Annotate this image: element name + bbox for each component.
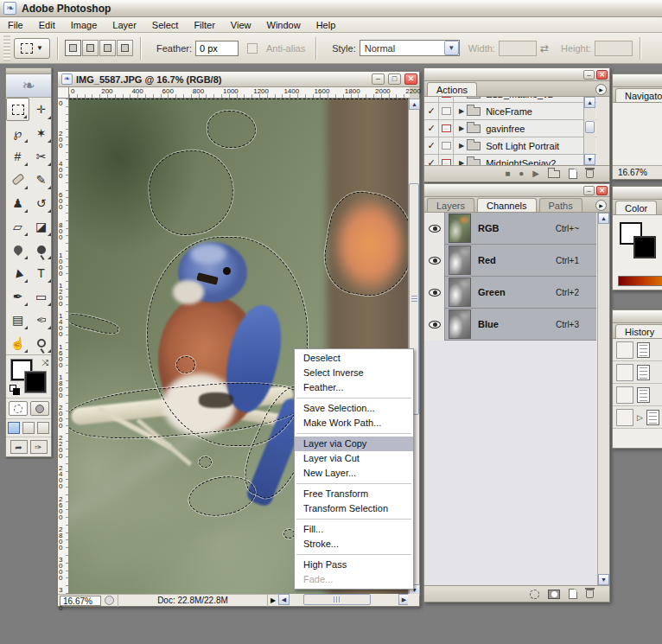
menu-item-stroke[interactable]: Stroke... bbox=[295, 537, 413, 552]
channel-row-blue[interactable]: Blue Ctrl+3 bbox=[424, 309, 596, 341]
close-button[interactable]: ✕ bbox=[404, 73, 417, 85]
scroll-left-icon[interactable]: ◀ bbox=[278, 594, 290, 605]
new-action-icon[interactable] bbox=[569, 169, 577, 179]
scroll-up-icon[interactable]: ▲ bbox=[584, 97, 595, 108]
jump-to-imageready-button[interactable]: ➦ bbox=[10, 440, 28, 454]
action-row[interactable]: ✓ ⋯ ▶ gavinfree bbox=[424, 120, 596, 137]
new-channel-icon[interactable] bbox=[569, 589, 577, 599]
options-bar-grip[interactable] bbox=[3, 35, 10, 61]
modal-dialog-icon[interactable]: ⋯ bbox=[442, 97, 451, 98]
quick-mask-mode-button[interactable] bbox=[30, 401, 49, 416]
move-tool[interactable]: ✛ bbox=[29, 98, 53, 121]
hand-tool[interactable]: ☝ bbox=[6, 331, 29, 354]
palette-menu-icon[interactable]: ▶ bbox=[595, 200, 607, 211]
modal-dialog-icon[interactable]: ⋯ bbox=[442, 159, 451, 165]
menu-select[interactable]: Select bbox=[144, 18, 187, 32]
horizontal-scroll-thumb[interactable] bbox=[303, 594, 371, 605]
tab-paths[interactable]: Paths bbox=[539, 198, 582, 212]
scroll-down-icon[interactable]: ▼ bbox=[598, 574, 609, 585]
visibility-cell[interactable] bbox=[424, 309, 445, 341]
new-set-icon[interactable] bbox=[548, 170, 560, 178]
horizontal-scrollbar[interactable]: ◀ ▶ bbox=[278, 594, 410, 606]
actions-scrollbar[interactable]: ▲ ▼ bbox=[583, 97, 595, 165]
fullscreen-button[interactable] bbox=[37, 422, 49, 434]
menu-item-transform-selection[interactable]: Transform Selection bbox=[295, 501, 413, 516]
style-select[interactable]: Normal ▼ bbox=[360, 40, 460, 56]
minimize-button[interactable]: – bbox=[583, 70, 595, 80]
minimize-button[interactable]: – bbox=[372, 73, 385, 85]
intersect-selection-button[interactable] bbox=[117, 40, 133, 56]
channels-palette-titlebar[interactable]: – ✕ bbox=[424, 184, 609, 197]
record-icon[interactable]: ● bbox=[519, 169, 524, 178]
action-row[interactable]: ✓ ⋯ ▶ MidnightSepiav2 bbox=[424, 155, 596, 165]
actions-palette-titlebar[interactable]: – ✕ bbox=[424, 68, 609, 81]
imageready-feather-icon[interactable]: ✑ bbox=[30, 440, 48, 454]
channel-row-green[interactable]: Green Ctrl+2 bbox=[424, 277, 596, 309]
zoom-field[interactable]: 16.67% bbox=[60, 596, 101, 606]
save-selection-as-channel-icon[interactable] bbox=[548, 590, 560, 599]
rectangular-marquee-tool[interactable] bbox=[6, 98, 29, 121]
visibility-cell[interactable] bbox=[424, 245, 445, 277]
history-snapshot-row[interactable] bbox=[613, 361, 662, 384]
zoom-tool[interactable] bbox=[29, 331, 53, 354]
pen-tool[interactable]: ✒ bbox=[6, 284, 29, 308]
add-selection-button[interactable] bbox=[82, 40, 99, 56]
new-selection-button[interactable] bbox=[65, 40, 81, 56]
menu-item-fill[interactable]: Fill... bbox=[295, 522, 413, 537]
crop-tool[interactable]: # bbox=[6, 144, 29, 168]
blur-tool[interactable] bbox=[6, 238, 29, 261]
tab-color[interactable]: Color bbox=[615, 201, 657, 214]
dodge-tool[interactable] bbox=[29, 238, 53, 261]
menu-item-make-work-path[interactable]: Make Work Path... bbox=[295, 416, 413, 430]
channels-scrollbar[interactable]: ▲ ▼ bbox=[597, 213, 609, 585]
tab-layers[interactable]: Layers bbox=[427, 198, 474, 212]
snapshot-thumb[interactable] bbox=[616, 364, 633, 381]
channel-row-rgb[interactable]: RGB Ctrl+~ bbox=[424, 213, 596, 245]
menu-layer[interactable]: Layer bbox=[105, 18, 144, 32]
scroll-up-icon[interactable]: ▲ bbox=[409, 99, 420, 110]
menu-item-feather[interactable]: Feather... bbox=[295, 380, 413, 395]
window-corner-grip[interactable] bbox=[408, 594, 419, 606]
palette-menu-icon[interactable]: ▶ bbox=[595, 84, 607, 95]
scroll-up-icon[interactable]: ▲ bbox=[598, 213, 609, 224]
menu-filter[interactable]: Filter bbox=[186, 18, 222, 32]
clone-stamp-tool[interactable]: ♟ bbox=[6, 191, 29, 214]
trash-icon[interactable] bbox=[586, 590, 594, 598]
slice-tool[interactable]: ✂ bbox=[29, 144, 53, 168]
menu-file[interactable]: File bbox=[0, 18, 31, 32]
history-brush-tool[interactable]: ↺ bbox=[29, 191, 53, 214]
maximize-button[interactable]: □ bbox=[388, 73, 401, 85]
eye-icon[interactable] bbox=[429, 289, 441, 296]
anti-alias-checkbox[interactable] bbox=[247, 43, 258, 54]
eye-icon[interactable] bbox=[429, 225, 441, 233]
menu-help[interactable]: Help bbox=[309, 18, 344, 32]
action-row[interactable]: ✓ ▶ NiceFrame bbox=[424, 103, 596, 120]
path-select-tool[interactable]: ▶ bbox=[6, 261, 29, 284]
menu-item-layer-via-cut[interactable]: Layer via Cut bbox=[295, 451, 413, 466]
menu-image[interactable]: Image bbox=[63, 18, 105, 32]
eye-icon[interactable] bbox=[429, 257, 441, 265]
swap-colors-icon[interactable]: ⤨ bbox=[41, 358, 48, 368]
magic-wand-tool[interactable]: ✶ bbox=[29, 121, 53, 144]
brush-tool[interactable]: ✎ bbox=[29, 168, 53, 191]
expand-triangle-icon[interactable]: ▶ bbox=[459, 97, 464, 98]
menu-view[interactable]: View bbox=[223, 18, 259, 32]
scroll-down-icon[interactable]: ▼ bbox=[584, 154, 595, 165]
default-colors-icon[interactable] bbox=[10, 385, 21, 395]
menu-edit[interactable]: Edit bbox=[31, 18, 63, 32]
history-current-state-row[interactable]: ▷ bbox=[613, 406, 662, 429]
eye-icon[interactable] bbox=[429, 321, 441, 328]
background-color-swatch[interactable] bbox=[25, 372, 46, 392]
action-check-icon[interactable]: ✓ bbox=[427, 97, 435, 99]
play-icon[interactable]: ▶ bbox=[532, 169, 539, 178]
chevron-down-icon[interactable]: ▼ bbox=[444, 41, 459, 55]
visibility-cell[interactable] bbox=[424, 277, 445, 309]
expand-triangle-icon[interactable]: ▶ bbox=[459, 124, 464, 132]
action-row[interactable]: ✓ ▶ Soft Light Portrait bbox=[424, 137, 596, 155]
load-selection-icon[interactable] bbox=[530, 590, 539, 599]
close-button[interactable]: ✕ bbox=[596, 70, 608, 80]
action-check-icon[interactable]: ✓ bbox=[427, 123, 435, 134]
subtract-selection-button[interactable] bbox=[99, 40, 116, 56]
navigator-zoom-value[interactable]: 16.67% bbox=[618, 168, 647, 177]
tab-history[interactable]: History bbox=[615, 324, 662, 338]
